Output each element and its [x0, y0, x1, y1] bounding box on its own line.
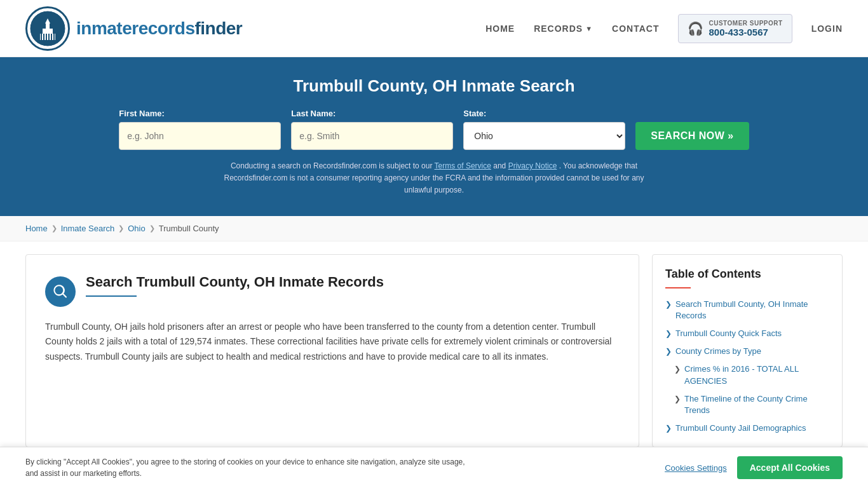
breadcrumb-ohio[interactable]: Ohio — [128, 224, 145, 233]
toc-item: ❯Trumbull County Quick Facts — [665, 328, 829, 339]
article-body: Trumbull County, OH jails hold prisoners… — [45, 320, 620, 365]
chevron-right-icon: ❯ — [674, 395, 681, 403]
article-title-underline — [86, 295, 137, 297]
toc-item: ❯County Crimes by Type — [665, 346, 829, 357]
logo-main-text: inmaterecords — [76, 18, 194, 38]
toc-link[interactable]: Crimes % in 2016 - TOTAL ALL AGENCIES — [684, 363, 829, 386]
breadcrumb-sep-3: ❯ — [149, 224, 155, 233]
breadcrumb-sep-2: ❯ — [118, 224, 124, 233]
cookie-actions: Cookies Settings Accept All Cookies — [665, 456, 843, 460]
privacy-link[interactable]: Privacy Notice — [508, 161, 557, 170]
article-header: Search Trumbull County, OH Inmate Record… — [45, 274, 620, 307]
article: Search Trumbull County, OH Inmate Record… — [25, 254, 639, 448]
support-label: CUSTOMER SUPPORT — [709, 20, 782, 27]
hero-section: Trumbull County, OH Inmate Search First … — [0, 57, 868, 216]
last-name-label: Last Name: — [291, 109, 453, 118]
state-label: State: — [463, 109, 625, 118]
customer-support-box[interactable]: 🎧 CUSTOMER SUPPORT 800-433-0567 — [678, 14, 792, 43]
toc-link[interactable]: Trumbull County Jail Demographics — [675, 423, 806, 434]
toc-box: Table of Contents ❯Search Trumbull Count… — [652, 254, 843, 448]
svg-rect-9 — [51, 34, 52, 40]
nav-home[interactable]: HOME — [485, 24, 515, 34]
breadcrumb: Home ❯ Inmate Search ❯ Ohio ❯ Trumbull C… — [0, 216, 868, 241]
toc-item: ❯Search Trumbull County, OH Inmate Recor… — [665, 299, 829, 322]
toc-item: ❯Trumbull County Jail Demographics — [665, 423, 829, 434]
toc-list: ❯Search Trumbull County, OH Inmate Recor… — [665, 299, 829, 435]
site-logo-text: inmaterecordsfinder — [76, 18, 242, 39]
support-text-block: CUSTOMER SUPPORT 800-433-0567 — [709, 20, 782, 37]
breadcrumb-inmate-search[interactable]: Inmate Search — [61, 224, 115, 233]
toc-item: ❯Crimes % in 2016 - TOTAL ALL AGENCIES — [665, 363, 829, 386]
chevron-right-icon: ❯ — [665, 424, 672, 433]
logo-bold-text: finder — [194, 18, 242, 38]
support-phone: 800-433-0567 — [709, 27, 782, 37]
cookie-accept-button[interactable]: Accept All Cookies — [737, 456, 843, 460]
first-name-label: First Name: — [119, 109, 281, 118]
search-icon — [52, 283, 69, 300]
sidebar: Table of Contents ❯Search Trumbull Count… — [652, 254, 843, 448]
headset-icon: 🎧 — [688, 21, 703, 36]
chevron-right-icon: ❯ — [665, 300, 672, 309]
toc-title: Table of Contents — [665, 268, 829, 281]
svg-rect-8 — [48, 34, 50, 40]
svg-rect-3 — [46, 24, 50, 30]
chevron-right-icon: ❯ — [665, 347, 672, 356]
nav-login[interactable]: LOGIN — [811, 24, 843, 34]
hero-disclaimer: Conducting a search on Recordsfinder.com… — [212, 160, 656, 197]
search-icon-circle — [45, 276, 76, 307]
toc-link[interactable]: The Timeline of the County Crime Trends — [684, 393, 829, 416]
nav-records-label: RECORDS — [534, 24, 583, 34]
breadcrumb-county: Trumbull County — [159, 224, 219, 233]
search-button[interactable]: SEARCH NOW » — [635, 122, 749, 150]
toc-link[interactable]: Trumbull County Quick Facts — [675, 328, 782, 339]
logo-icon — [25, 6, 70, 51]
main-content: Search Trumbull County, OH Inmate Record… — [0, 241, 868, 461]
cookie-text: By clicking "Accept All Cookies", you ag… — [25, 456, 470, 460]
hero-title: Trumbull County, OH Inmate Search — [25, 76, 843, 96]
article-title-block: Search Trumbull County, OH Inmate Record… — [86, 274, 620, 297]
disclaimer-and: and — [493, 161, 506, 170]
chevron-down-icon: ▼ — [585, 25, 593, 32]
site-header: inmaterecordsfinder HOME RECORDS ▼ CONTA… — [0, 0, 868, 57]
search-form: First Name: Last Name: State: AlabamaAla… — [25, 109, 843, 150]
chevron-right-icon: ❯ — [665, 329, 672, 338]
article-title: Search Trumbull County, OH Inmate Record… — [86, 274, 620, 290]
logo-area: inmaterecordsfinder — [25, 6, 242, 51]
last-name-input[interactable] — [291, 122, 453, 150]
last-name-group: Last Name: — [291, 109, 453, 150]
toc-divider — [665, 287, 691, 288]
first-name-group: First Name: — [119, 109, 281, 150]
tos-link[interactable]: Terms of Service — [435, 161, 491, 170]
svg-rect-6 — [43, 34, 44, 40]
state-select[interactable]: AlabamaAlaskaArizonaArkansasCaliforniaCo… — [463, 122, 625, 150]
first-name-input[interactable] — [119, 122, 281, 150]
disclaimer-text-prefix: Conducting a search on Recordsfinder.com… — [231, 161, 433, 170]
main-nav: HOME RECORDS ▼ CONTACT 🎧 CUSTOMER SUPPOR… — [485, 14, 843, 43]
nav-contact[interactable]: CONTACT — [612, 24, 659, 34]
toc-link[interactable]: Search Trumbull County, OH Inmate Record… — [675, 299, 829, 322]
nav-records[interactable]: RECORDS ▼ — [534, 24, 593, 34]
svg-rect-10 — [53, 34, 55, 40]
chevron-right-icon: ❯ — [674, 365, 681, 374]
state-group: State: AlabamaAlaskaArizonaArkansasCalif… — [463, 109, 625, 150]
breadcrumb-sep-1: ❯ — [51, 224, 57, 233]
toc-item: ❯The Timeline of the County Crime Trends — [665, 393, 829, 416]
cookie-banner: By clicking "Accept All Cookies", you ag… — [0, 447, 868, 460]
svg-rect-7 — [46, 34, 47, 40]
svg-rect-5 — [41, 34, 42, 40]
breadcrumb-home[interactable]: Home — [25, 224, 48, 233]
toc-link[interactable]: County Crimes by Type — [675, 346, 761, 357]
